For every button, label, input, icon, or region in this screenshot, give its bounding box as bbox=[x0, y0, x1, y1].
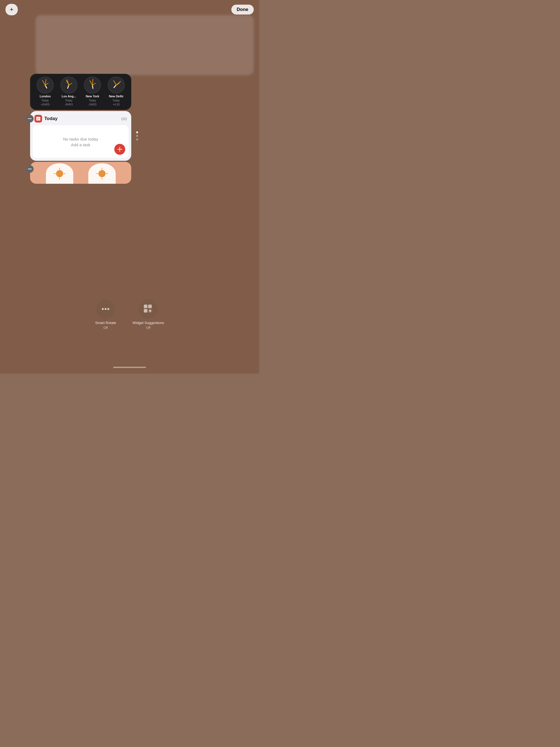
clock-item-delhi: New Delhi Today +4:30 bbox=[108, 77, 125, 106]
today-widget-wrapper: Today 0/0 No tasks due today Add a task bbox=[30, 111, 131, 161]
svg-point-1 bbox=[105, 308, 107, 310]
widget-suggestions-icon bbox=[143, 304, 154, 314]
page-dot-1 bbox=[136, 131, 138, 133]
widget-suggestions-sublabel: Off bbox=[146, 326, 150, 330]
smart-rotate-label: Smart Rotate bbox=[95, 321, 116, 325]
weather-city-2 bbox=[88, 163, 116, 184]
page-dots bbox=[136, 131, 138, 140]
clock-minute-delhi bbox=[116, 81, 121, 85]
city-delhi-offset: +4:30 bbox=[113, 103, 120, 106]
clock-minute-london bbox=[45, 79, 47, 85]
city-london-offset: +0HRS bbox=[41, 103, 50, 106]
today-title: Today bbox=[44, 116, 58, 121]
bg-widget-blur bbox=[35, 15, 254, 75]
city-ny-offset: -5HRS bbox=[88, 103, 97, 106]
clock-row: London Today +0HRS Los Ang... Today -8HR… bbox=[30, 74, 131, 110]
plus-icon: + bbox=[10, 6, 14, 13]
today-header: Today 0/0 bbox=[30, 111, 131, 125]
bottom-controls: Smart Rotate Off Widget Suggestions Off bbox=[0, 300, 259, 330]
city-la-sub: Today bbox=[65, 99, 73, 102]
svg-rect-8 bbox=[149, 311, 152, 311]
sun-circle-1 bbox=[56, 170, 63, 177]
sun-ray-top-2 bbox=[102, 168, 102, 170]
todoist-svg bbox=[36, 117, 41, 121]
add-task-button[interactable] bbox=[114, 144, 125, 155]
widget-suggestions-label: Widget Suggestions bbox=[132, 321, 164, 325]
remove-weather-button[interactable] bbox=[26, 165, 34, 173]
svg-point-2 bbox=[107, 308, 109, 310]
clock-face-delhi bbox=[108, 77, 125, 94]
done-button[interactable]: Done bbox=[231, 5, 254, 15]
today-body: No tasks due today Add a task bbox=[33, 125, 128, 158]
todoist-icon bbox=[34, 115, 42, 123]
home-indicator bbox=[113, 367, 146, 368]
clock-widget: London Today +0HRS Los Ang... Today -8HR… bbox=[30, 74, 131, 110]
weather-widget-wrapper bbox=[30, 162, 131, 184]
top-bar: + Done bbox=[0, 4, 259, 15]
sun-ray-right bbox=[63, 173, 66, 174]
city-ny-sub: Today bbox=[89, 99, 96, 102]
clock-center-ny bbox=[92, 84, 93, 86]
svg-rect-4 bbox=[148, 305, 152, 308]
city-london-sub: Today bbox=[42, 99, 49, 102]
svg-rect-3 bbox=[144, 305, 147, 308]
smart-rotate-icon bbox=[101, 306, 110, 312]
sun-icon-2 bbox=[96, 168, 108, 180]
sun-icon-1 bbox=[54, 168, 66, 180]
sun-circle-2 bbox=[98, 170, 105, 177]
widget-suggestions-control[interactable]: Widget Suggestions Off bbox=[132, 300, 164, 330]
clock-item-london: London Today +0HRS bbox=[36, 77, 54, 106]
add-widget-button[interactable]: + bbox=[5, 4, 18, 15]
weather-city-1 bbox=[46, 163, 73, 184]
today-count: 0/0 bbox=[121, 117, 127, 121]
clock-center-london bbox=[45, 84, 46, 86]
smart-rotate-control[interactable]: Smart Rotate Off bbox=[95, 300, 116, 330]
smart-rotate-icon-circle bbox=[96, 300, 115, 318]
svg-rect-5 bbox=[144, 309, 147, 312]
sun-ray-right-2 bbox=[106, 173, 108, 174]
widget-container: London Today +0HRS Los Ang... Today -8HR… bbox=[30, 74, 131, 184]
today-header-left: Today bbox=[34, 115, 58, 123]
clock-item-la: Los Ang... Today -8HRS bbox=[60, 77, 77, 106]
city-delhi-sub: Today bbox=[112, 99, 120, 102]
sun-ray-left-2 bbox=[96, 173, 98, 174]
clock-face-london bbox=[36, 77, 54, 94]
city-ny: New York bbox=[86, 95, 99, 98]
svg-point-0 bbox=[102, 308, 104, 310]
page-dot-2 bbox=[136, 135, 138, 137]
add-task-link: Add a task bbox=[71, 143, 91, 147]
city-la: Los Ang... bbox=[61, 95, 76, 98]
page-dot-3 bbox=[136, 138, 138, 140]
sun-ray-top bbox=[59, 168, 60, 170]
no-tasks-text: No tasks due today bbox=[63, 136, 98, 143]
sun-ray-bottom bbox=[59, 177, 60, 180]
clock-center-la bbox=[68, 84, 70, 86]
city-delhi: New Delhi bbox=[109, 95, 123, 98]
remove-today-button[interactable] bbox=[26, 115, 34, 123]
city-la-offset: -8HRS bbox=[65, 103, 73, 106]
city-london: London bbox=[40, 95, 51, 98]
today-widget: Today 0/0 No tasks due today Add a task bbox=[30, 111, 131, 161]
weather-widget bbox=[30, 162, 131, 184]
clock-minute-ny bbox=[92, 79, 93, 85]
sun-ray-left bbox=[54, 173, 56, 174]
smart-rotate-sublabel: Off bbox=[103, 326, 108, 330]
sun-ray-bottom-2 bbox=[102, 177, 102, 180]
clock-face-la bbox=[60, 77, 77, 94]
widget-suggestions-icon-circle bbox=[138, 300, 158, 318]
clock-item-ny: New York Today -5HRS bbox=[84, 77, 101, 106]
clock-center-delhi bbox=[116, 84, 117, 86]
clock-face-ny bbox=[84, 77, 101, 94]
